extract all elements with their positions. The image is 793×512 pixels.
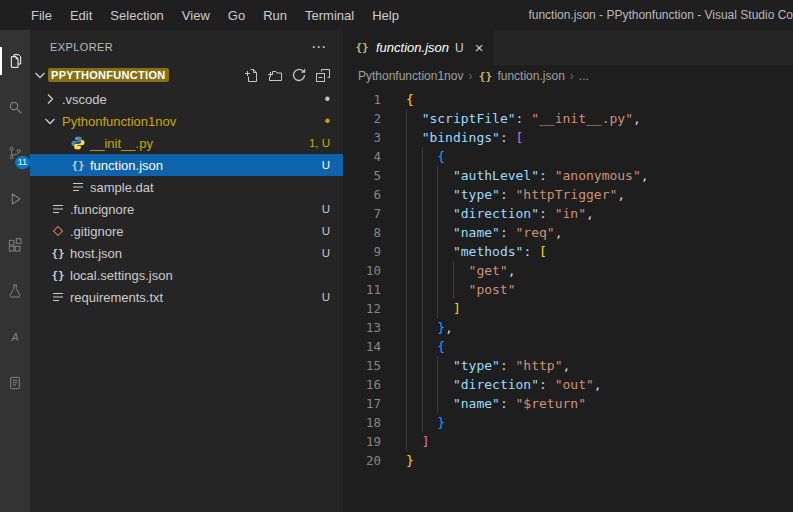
new-file-icon[interactable] (243, 67, 259, 83)
menu-help[interactable]: Help (363, 0, 408, 30)
line-number: 14 (343, 337, 381, 356)
menu-terminal[interactable]: Terminal (296, 0, 363, 30)
git-status-badge: U (322, 159, 330, 171)
menu-go[interactable]: Go (219, 0, 254, 30)
project-section-header[interactable]: PPYTHONFUNCTION (30, 64, 343, 86)
code-text: "name": "req", (406, 223, 563, 242)
activity-run-debug[interactable] (0, 176, 30, 222)
collapse-all-icon[interactable] (315, 67, 331, 83)
refresh-icon[interactable] (291, 67, 307, 83)
menu-view[interactable]: View (173, 0, 219, 30)
code-text: "bindings": [ (406, 128, 523, 147)
testing-icon (7, 283, 23, 299)
code-line: 3 "bindings": [ (343, 128, 793, 147)
close-icon[interactable]: × (475, 39, 484, 56)
chevron-right-icon (42, 91, 58, 107)
tree-item-vscode[interactable]: .vscode• (30, 88, 343, 110)
git-status-badge: U (322, 225, 330, 237)
line-number: 10 (343, 261, 381, 280)
code-line: 16 "direction": "out", (343, 375, 793, 394)
code-line: 8 "name": "req", (343, 223, 793, 242)
code-line: 12 ] (343, 299, 793, 318)
tab-function-json[interactable]: {} function.json U × (343, 30, 494, 65)
vscode-window: FileEditSelectionViewGoRunTerminalHelp f… (0, 0, 793, 512)
activity-search[interactable] (0, 84, 30, 130)
line-number: 1 (343, 90, 381, 109)
file-label: function.json (90, 158, 163, 173)
tree-item-local-settings-json[interactable]: {}local.settings.json (30, 264, 343, 286)
json-icon: {} (70, 157, 86, 173)
tree-item-host-json[interactable]: {}host.jsonU (30, 242, 343, 264)
project-name: PPYTHONFUNCTION (48, 68, 169, 82)
code-text: { (406, 147, 445, 166)
code-line: 6 "type": "httpTrigger", (343, 185, 793, 204)
tab-label: function.json (376, 40, 449, 55)
line-number: 11 (343, 280, 381, 299)
code-line: 5 "authLevel": "anonymous", (343, 166, 793, 185)
tree-item-init-py[interactable]: __init__.py1, U (30, 132, 343, 154)
activity-azure[interactable]: A (0, 314, 30, 360)
line-number: 19 (343, 432, 381, 451)
azure-icon: A (7, 329, 23, 345)
tree-item-sample-dat[interactable]: sample.dat (30, 176, 343, 198)
activity-explorer[interactable] (0, 38, 30, 84)
code-line: 15 "type": "http", (343, 356, 793, 375)
menu-run[interactable]: Run (254, 0, 296, 30)
code-line: 2 "scriptFile": "__init__.py", (343, 109, 793, 128)
activity-source-control[interactable]: 11 (0, 130, 30, 176)
breadcrumb-separator: › (570, 69, 574, 83)
code-text: ] (406, 299, 461, 318)
tree-item-pythonfunction1nov[interactable]: Pythonfunction1nov• (30, 110, 343, 132)
new-folder-icon[interactable] (267, 67, 283, 83)
git-status-badge: U (322, 203, 330, 215)
json-icon: {} (50, 245, 66, 261)
sidebar-header: EXPLORER ⋯ (30, 30, 343, 64)
git-status-badge: U (322, 247, 330, 259)
breadcrumb-label: ... (579, 69, 589, 83)
tab-bar: {} function.json U × (343, 30, 793, 65)
menu-file[interactable]: File (22, 0, 61, 30)
code-editor[interactable]: 1{2 "scriptFile": "__init__.py",3 "bindi… (343, 87, 793, 512)
tree-item-function-json[interactable]: {}function.jsonU (30, 154, 343, 176)
git-icon (50, 223, 66, 239)
code-line: 20} (343, 451, 793, 470)
code-line: 13 }, (343, 318, 793, 337)
more-actions-icon[interactable]: ⋯ (311, 39, 327, 55)
tree-item-funcignore[interactable]: .funcignoreU (30, 198, 343, 220)
code-line: 17 "name": "$return" (343, 394, 793, 413)
code-text: }, (406, 318, 453, 337)
activity-documents[interactable] (0, 360, 30, 406)
file-label: sample.dat (90, 180, 154, 195)
activity-testing[interactable] (0, 268, 30, 314)
title-bar: FileEditSelectionViewGoRunTerminalHelp f… (0, 0, 793, 30)
breadcrumb-item[interactable]: ... (579, 69, 589, 83)
file-tree: .vscode•Pythonfunction1nov•__init__.py1,… (30, 86, 343, 512)
python-icon (70, 135, 86, 151)
file-label: .vscode (62, 92, 107, 107)
file-label: requirements.txt (70, 290, 163, 305)
chevron-down-icon (42, 113, 58, 129)
json-icon: {} (50, 267, 66, 283)
menu-edit[interactable]: Edit (61, 0, 101, 30)
search-icon (7, 99, 23, 115)
breadcrumb-item[interactable]: Pythonfunction1nov (358, 69, 463, 83)
git-status-badge: U (322, 291, 330, 303)
code-text: "post" (406, 280, 516, 299)
code-text: "direction": "out", (406, 375, 602, 394)
git-status-badge: 1, U (309, 137, 330, 149)
line-number: 2 (343, 109, 381, 128)
menu-selection[interactable]: Selection (101, 0, 172, 30)
extensions-icon (7, 237, 23, 253)
line-number: 16 (343, 375, 381, 394)
breadcrumb-item[interactable]: {}function.json (477, 68, 564, 84)
code-text: "type": "http", (406, 356, 570, 375)
line-number: 5 (343, 166, 381, 185)
code-line: 11 "post" (343, 280, 793, 299)
file-icon (70, 179, 86, 195)
tree-item-gitignore[interactable]: .gitignoreU (30, 220, 343, 242)
activity-extensions[interactable] (0, 222, 30, 268)
code-text: { (406, 90, 414, 109)
breadcrumb-label: function.json (497, 69, 564, 83)
tree-item-requirements-txt[interactable]: requirements.txtU (30, 286, 343, 308)
line-number: 7 (343, 204, 381, 223)
